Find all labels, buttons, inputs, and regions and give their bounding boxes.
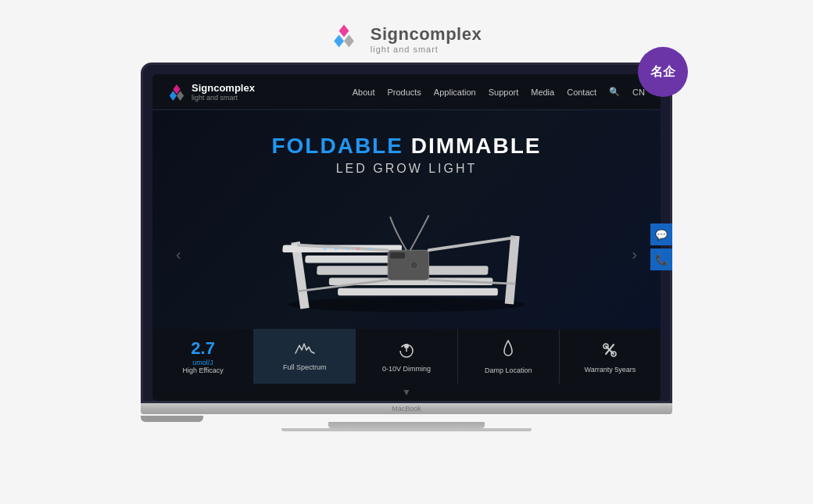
product-image	[250, 191, 563, 316]
top-logo-area: Signcomplex light and smart	[331, 23, 482, 55]
top-logo-diamond	[331, 23, 363, 55]
hero-title-dimmable: DIMMABLE	[411, 134, 542, 158]
site-navigation: Signcomplex light and smart About Produc…	[152, 74, 661, 110]
feature-spectrum[interactable]: Full Spectrum	[254, 329, 356, 384]
hero-subtitle: LED GROW LIGHT	[168, 162, 645, 176]
hero-title: FOLDABLE DIMMABLE	[168, 134, 645, 159]
nav-link-about[interactable]: About	[353, 88, 375, 97]
dimming-label: 0-10V Dimming	[382, 365, 431, 373]
svg-rect-15	[390, 252, 405, 259]
warranty-label: Warranty 5years	[585, 366, 636, 374]
svg-rect-8	[505, 235, 520, 304]
hero-image-area: ‹	[168, 184, 645, 324]
svg-line-18	[429, 238, 515, 250]
svg-marker-0	[338, 25, 349, 38]
search-icon[interactable]: 🔍	[609, 87, 620, 97]
nav-link-contact[interactable]: Contact	[567, 88, 596, 97]
macbook-screen: Signcomplex light and smart About Produc…	[152, 74, 661, 401]
svg-point-23	[346, 247, 349, 250]
warranty-icon	[600, 340, 620, 363]
damp-label: Damp Location	[485, 366, 532, 374]
feature-warranty[interactable]: Warranty 5years	[560, 329, 661, 384]
nav-link-products[interactable]: Products	[387, 88, 421, 97]
brand-name: Signcomplex	[371, 24, 482, 45]
nav-brand-sub: light and smart	[192, 94, 255, 102]
nav-logo: Signcomplex light and smart	[168, 82, 255, 102]
feature-bar: 2.7 umol/J High Efficacy Full Spectrum	[152, 329, 661, 384]
damp-icon	[500, 339, 517, 363]
svg-point-21	[323, 247, 326, 250]
macbook-bezel: Signcomplex light and smart About Produc…	[141, 63, 672, 403]
scroll-arrow-icon: ▼	[402, 387, 411, 398]
hero-section: FOLDABLE DIMMABLE LED GROW LIGHT ‹	[152, 110, 661, 329]
feature-efficacy[interactable]: 2.7 umol/J High Efficacy	[152, 329, 254, 384]
svg-point-25	[367, 247, 371, 250]
svg-point-22	[335, 247, 338, 250]
macbook-foot	[281, 428, 532, 431]
nav-link-media[interactable]: Media	[531, 88, 554, 97]
top-logo-text: Signcomplex light and smart	[371, 24, 482, 54]
language-switch[interactable]: CN	[632, 88, 645, 97]
badge-circle: 名企	[638, 47, 688, 97]
macbook-container: 名企 Signcomplex light and smart	[141, 63, 672, 431]
svg-marker-2	[344, 34, 354, 47]
badge-text: 名企	[650, 64, 675, 80]
feature-damp[interactable]: Damp Location	[458, 329, 560, 384]
spectrum-label: Full Spectrum	[283, 363, 327, 371]
macbook-base: MacBook	[141, 403, 672, 414]
efficacy-label: High Efficacy	[182, 366, 223, 374]
scroll-indicator: ▼	[152, 384, 661, 401]
svg-point-16	[410, 262, 418, 270]
spectrum-icon	[294, 342, 316, 360]
nav-logo-text: Signcomplex light and smart	[192, 82, 255, 102]
efficacy-number: 2.7	[191, 338, 215, 359]
macbook-stand	[328, 422, 485, 428]
nav-logo-icon	[168, 84, 185, 101]
macbook-notch	[141, 416, 203, 422]
efficacy-unit: umol/J	[192, 359, 213, 366]
macbook-label: MacBook	[392, 405, 421, 413]
feature-dimming[interactable]: 0-10V Dimming	[356, 329, 457, 384]
svg-point-24	[356, 247, 360, 250]
nav-brand-name: Signcomplex	[192, 82, 255, 94]
nav-links: About Products Application Support Media…	[353, 87, 645, 97]
side-buttons: 💬 📞	[650, 223, 672, 270]
svg-point-27	[404, 344, 409, 349]
svg-marker-1	[334, 34, 344, 47]
hero-arrow-right[interactable]: ›	[632, 245, 637, 263]
hero-title-foldable: FOLDABLE	[271, 134, 403, 158]
nav-link-application[interactable]: Application	[434, 88, 476, 97]
phone-button[interactable]: 📞	[650, 248, 672, 270]
svg-rect-13	[338, 288, 498, 296]
brand-tagline: light and smart	[371, 45, 482, 54]
nav-link-support[interactable]: Support	[489, 88, 519, 97]
dimming-icon	[396, 341, 417, 362]
whatsapp-button[interactable]: 💬	[650, 223, 672, 245]
hero-arrow-left[interactable]: ‹	[176, 245, 181, 263]
svg-point-6	[288, 297, 526, 312]
